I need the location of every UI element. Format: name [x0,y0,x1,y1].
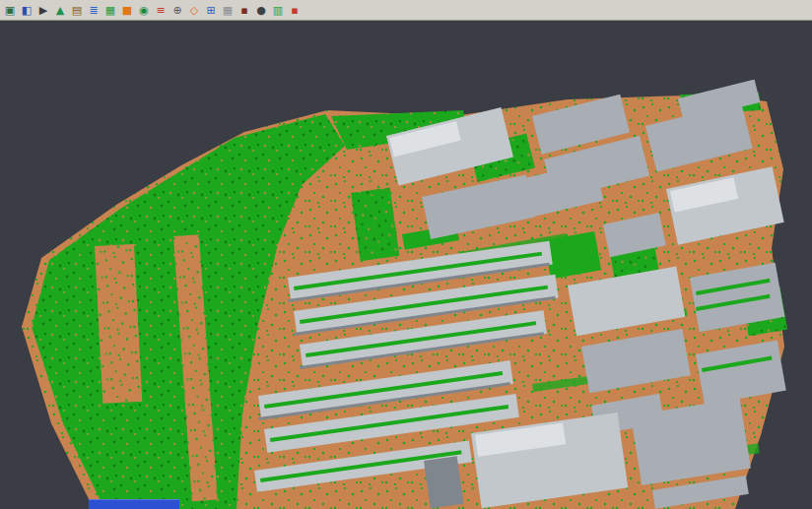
target-icon[interactable]: ⊕ [169,2,185,19]
flag-icon[interactable]: ▪ [287,2,303,19]
chart-icon[interactable]: ▥ [270,2,286,19]
app-window: ▣◧▶▲▤≣▦■◉≡⊕◇⊞▦▪●▥▪ [0,0,812,509]
toolbar: ▣◧▶▲▤≣▦■◉≡⊕◇⊞▦▪●▥▪ [0,0,812,21]
fit-view-icon[interactable]: ⊞ [203,2,219,19]
mesh-cube-icon[interactable]: ▦ [102,2,118,19]
camera-icon[interactable]: ▪ [237,2,252,19]
split-view-icon[interactable]: ◧ [19,2,34,19]
palette-icon[interactable]: ■ [119,2,135,19]
snap-icon[interactable]: ◇ [186,2,202,19]
terrain-icon[interactable]: ▲ [52,2,68,19]
database-icon[interactable]: ▤ [69,2,85,19]
point-cloud-render [0,22,812,509]
layers-icon[interactable]: ≣ [86,2,102,19]
3d-viewport[interactable] [0,22,812,509]
globe-icon[interactable]: ◉ [136,2,152,19]
taskbar-item-fragment[interactable] [89,499,179,509]
measure-icon[interactable]: ≡ [153,2,169,19]
pointer-icon[interactable]: ▶ [35,2,51,19]
monitor-icon[interactable]: ▣ [2,2,18,19]
sphere-icon[interactable]: ● [253,2,269,19]
grid-icon[interactable]: ▦ [220,2,236,19]
